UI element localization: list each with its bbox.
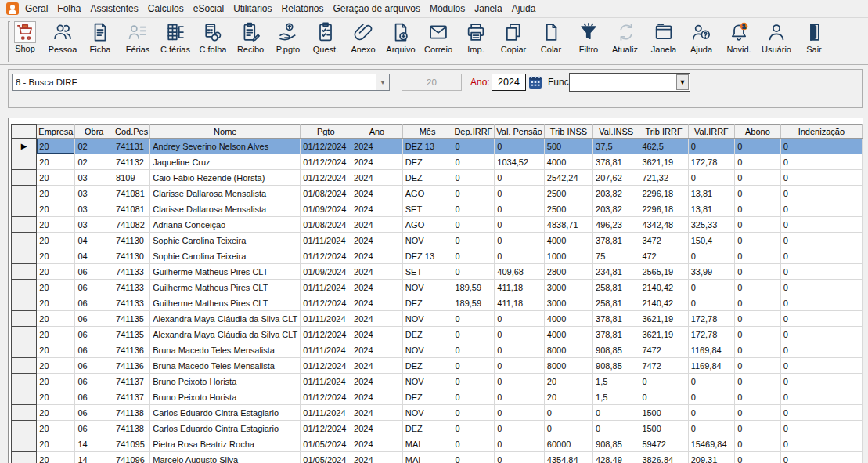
grid-cell[interactable]: 0 <box>735 295 780 311</box>
grid-cell[interactable]: 2024 <box>351 311 403 327</box>
grid-cell[interactable]: DEZ <box>402 295 452 311</box>
grid-cell[interactable]: 4000 <box>544 154 592 170</box>
grid-cell[interactable]: 06 <box>75 264 113 280</box>
grid-cell[interactable]: 234,81 <box>593 264 639 280</box>
toolbar-button-novid[interactable]: 1Novid. <box>720 20 758 64</box>
grid-cell[interactable]: 741136 <box>113 342 150 358</box>
grid-cell[interactable]: 1500 <box>639 421 688 436</box>
grid-cell[interactable]: 0 <box>780 186 862 201</box>
grid-cell[interactable]: 741096 <box>113 452 150 463</box>
grid-cell[interactable]: 37,5 <box>593 139 639 154</box>
grid-cell[interactable]: 741135 <box>113 327 150 342</box>
grid-cell[interactable]: 0 <box>495 342 545 358</box>
grid-column-header-nome[interactable]: Nome <box>150 125 301 139</box>
grid-cell[interactable]: AGO <box>402 186 452 201</box>
grid-cell[interactable]: 2024 <box>351 374 403 389</box>
grid-cell[interactable]: 2500 <box>544 201 592 217</box>
grid-cell[interactable]: 3472 <box>639 233 688 248</box>
grid-cell[interactable]: 462,5 <box>639 139 688 154</box>
grid-cell[interactable]: 1500 <box>639 405 688 421</box>
grid-cell[interactable]: 0 <box>780 405 862 421</box>
grid-cell[interactable]: Clarisse Dallarosa Mensalista <box>150 186 301 201</box>
grid-cell[interactable]: 4838,71 <box>544 217 592 233</box>
grid-cell[interactable]: 20 <box>37 233 75 248</box>
grid-row[interactable]: 2004741130Sophie Carolina Teixeira01/12/… <box>12 248 863 264</box>
grid-cell[interactable]: Clarisse Dallarosa Mensalista <box>150 201 301 217</box>
grid-cell[interactable]: 2565,19 <box>639 264 688 280</box>
grid-column-header-trib-inss[interactable]: Trib INSS <box>544 125 592 139</box>
grid-cell[interactable]: 0 <box>495 374 545 389</box>
grid-cell[interactable]: 06 <box>75 311 113 327</box>
grid-cell[interactable]: 1,5 <box>593 389 639 405</box>
grid-cell[interactable]: 2024 <box>351 405 403 421</box>
grid-row[interactable]: ▶2002741131Andrey Severino Nelson Alves0… <box>12 139 863 154</box>
grid-cell[interactable]: 203,82 <box>593 186 639 201</box>
grid-cell[interactable]: Guilherme Matheus Pires CLT <box>150 280 301 295</box>
grid-cell[interactable]: 04 <box>75 248 113 264</box>
menu-item-c-lculos[interactable]: Cálculos <box>143 1 189 16</box>
grid-cell[interactable]: 0 <box>735 342 780 358</box>
grid-cell[interactable]: 15469,84 <box>688 436 735 452</box>
grid-cell[interactable]: 2024 <box>351 295 403 311</box>
grid-cell[interactable]: 0 <box>735 452 780 463</box>
grid-row[interactable]: 2003741081Clarisse Dallarosa Mensalista0… <box>12 186 863 201</box>
grid-cell[interactable]: 0 <box>495 358 545 374</box>
grid-cell[interactable]: 20 <box>37 248 75 264</box>
grid-cell[interactable]: Adriana Conceição <box>150 217 301 233</box>
grid-cell[interactable]: 2140,42 <box>639 295 688 311</box>
toolbar-button-quest[interactable]: Quest. <box>307 20 344 64</box>
grid-cell[interactable]: 0 <box>452 405 495 421</box>
grid-cell[interactable]: 7472 <box>639 358 688 374</box>
grid-cell[interactable]: Bruna Macedo Teles Mensalista <box>150 358 301 374</box>
grid-cell[interactable]: 01/12/2024 <box>301 139 351 154</box>
grid-cell[interactable]: 0 <box>735 217 780 233</box>
grid-cell[interactable]: 741137 <box>113 374 150 389</box>
grid-cell[interactable]: SET <box>402 201 452 217</box>
grid-cell[interactable]: 0 <box>735 311 780 327</box>
grid-cell[interactable]: 1034,52 <box>495 154 545 170</box>
grid-cell[interactable]: Alexandra Maya Cláudia da Silva CLT <box>150 311 301 327</box>
toolbar-button-c-folha[interactable]: C.folha <box>194 20 232 64</box>
grid-cell[interactable]: Jaqueline Cruz <box>150 154 301 170</box>
grid-cell[interactable]: 741081 <box>113 186 150 201</box>
grid-cell[interactable]: 0 <box>735 405 780 421</box>
grid-cell[interactable]: 8000 <box>544 342 592 358</box>
grid-cell[interactable]: 20 <box>37 436 75 452</box>
toolbar-button-copiar[interactable]: Copiar <box>495 20 532 64</box>
grid-cell[interactable]: 0 <box>495 421 545 436</box>
grid-cell[interactable]: 0 <box>688 248 735 264</box>
grid-cell[interactable]: 0 <box>780 374 862 389</box>
menu-item-janela[interactable]: Janela <box>470 1 506 16</box>
grid-cell[interactable]: MAI <box>402 452 452 463</box>
grid-cell[interactable]: DEZ <box>402 358 452 374</box>
grid-cell[interactable]: 0 <box>495 389 545 405</box>
grid-cell[interactable]: 2024 <box>351 421 403 436</box>
grid-cell[interactable]: 20 <box>37 389 75 405</box>
grid-cell[interactable]: Andrey Severino Nelson Alves <box>150 139 301 154</box>
grid-cell[interactable]: 01/11/2024 <box>301 374 351 389</box>
grid-cell[interactable]: 0 <box>780 311 862 327</box>
grid-row[interactable]: 20038109Caio Fábio Rezende (Horsta)01/12… <box>12 170 863 186</box>
grid-cell[interactable]: 2024 <box>351 327 403 342</box>
grid-cell[interactable]: 06 <box>75 342 113 358</box>
grid-cell[interactable]: 1000 <box>544 248 592 264</box>
grid-cell[interactable]: 8000 <box>544 358 592 374</box>
grid-cell[interactable]: 721,32 <box>639 170 688 186</box>
grid-cell[interactable]: 20 <box>37 358 75 374</box>
grid-row[interactable]: 2006741136Bruna Macedo Teles Mensalista0… <box>12 342 863 358</box>
chevron-down-icon[interactable]: ▼ <box>376 74 389 90</box>
grid-cell[interactable]: 20 <box>37 374 75 389</box>
grid-cell[interactable]: 908,85 <box>593 436 639 452</box>
search-combobox[interactable]: 8 - Busca DIRF ▼ <box>12 74 390 91</box>
grid-cell[interactable]: 741132 <box>113 154 150 170</box>
grid-cell[interactable]: 20 <box>544 374 592 389</box>
grid-cell[interactable]: 0 <box>780 139 862 154</box>
chevron-down-icon[interactable]: ▼ <box>676 74 689 90</box>
grid-cell[interactable]: 01/11/2024 <box>301 280 351 295</box>
grid-cell[interactable]: 06 <box>75 421 113 436</box>
grid-cell[interactable]: 741133 <box>113 280 150 295</box>
grid-cell[interactable]: 20 <box>544 389 592 405</box>
grid-cell[interactable]: 741138 <box>113 405 150 421</box>
grid-column-header-obra[interactable]: Obra <box>75 125 113 139</box>
grid-cell[interactable]: 1,5 <box>593 374 639 389</box>
